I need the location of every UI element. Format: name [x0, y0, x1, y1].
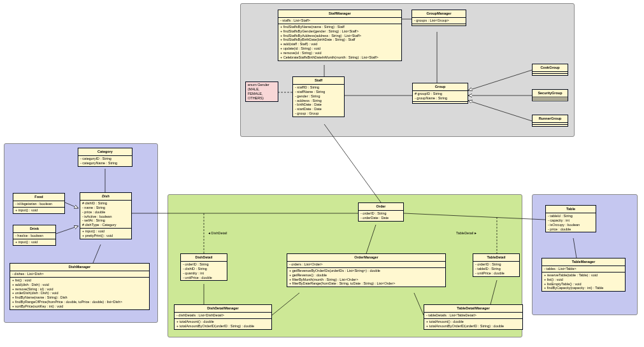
class-TableDetailManager[interactable]: TableDetailManager- tableDetails : List<…	[424, 304, 523, 330]
class-title: StaffManager	[278, 10, 401, 18]
class-attrs: # groupID : String- groupName : String	[413, 91, 468, 102]
op-row: + findByCapacity(capacity : int) : Table	[544, 286, 623, 290]
class-title: Food	[13, 194, 64, 201]
class-attrs: - tableId : String- capacity : int- isOc…	[546, 213, 596, 232]
attr-row: - isOccupy : boolean	[548, 223, 594, 227]
op-row: + findStaffsByName(name : String) : Staf…	[280, 25, 399, 29]
class-title: Category	[78, 148, 132, 156]
op-row: + filterByMonth(month : String) : List<O…	[289, 278, 443, 282]
attr-row: - orderID : String	[475, 262, 517, 267]
class-StaffManager[interactable]: StaffManager- staffs : List<Staff>+ find…	[278, 10, 402, 61]
class-title: Table	[546, 206, 596, 213]
op-row: + prettyPrint() : void	[82, 234, 129, 238]
attr-row: # dishType : Category	[82, 223, 129, 227]
class-attrs: - isVegetarian : boolean	[13, 201, 64, 208]
attr-row: - unitPrice : double	[183, 276, 225, 280]
op-row: + input() : void	[82, 229, 129, 234]
class-Drink[interactable]: Drink- hasIce : boolean+ input() : void	[13, 225, 56, 246]
class-DishManager[interactable]: DishManager- dishes : List<Dish>+ list()…	[10, 263, 150, 310]
class-TableDetail[interactable]: TableDetail- orderID : String- tableID :…	[473, 253, 520, 277]
op-row: + findByName(name : String) : Dish	[12, 295, 147, 300]
attr-row: - tableDetails : List<TableDetail>	[426, 313, 520, 318]
class-ops: + findStaffsByName(name : String) : Staf…	[278, 24, 401, 60]
class-attrs: - orderID : String- dishID : String- qua…	[181, 262, 227, 281]
class-Gender[interactable]: enum Gender(MALE,FEMALE,OTHERS)	[245, 81, 278, 102]
attr-row: - address : String	[295, 99, 342, 103]
attr-row: (MALE,	[248, 87, 276, 92]
attr-row: - orderDate : Date	[361, 216, 401, 220]
class-title: Group	[413, 83, 468, 91]
diagram-canvas: ◂ DishDetail TableDetail ▸ StaffManager-…	[0, 0, 644, 347]
class-attrs: - orderID : String- orderDate : Date	[359, 211, 403, 221]
assoc-label-tabledetail: TableDetail ▸	[456, 231, 476, 235]
op-row: + remove(String : id) : void	[12, 287, 147, 292]
op-row: + update(id : String) : void	[280, 46, 399, 51]
class-Group[interactable]: Group# groupID : String- groupName : Str…	[412, 83, 468, 104]
op-row: + reserveTable(table : Table) : void	[544, 273, 623, 278]
class-Staff[interactable]: Staff- staffID : String- staffName : Str…	[292, 76, 345, 117]
op-row: + add(staff : Staff) : void	[280, 42, 399, 46]
attr-row: - orderID : String	[361, 211, 401, 216]
class-attrs: - orderID : String- tableID : String- un…	[473, 262, 519, 276]
attr-row: - dishes : List<Dish>	[12, 272, 147, 276]
class-ops: + input() : void	[13, 239, 55, 245]
class-ops	[533, 74, 568, 75]
attr-row: - sellAt : String	[82, 218, 129, 223]
class-title: DishManager	[10, 264, 149, 271]
class-title: DishDetailManager	[175, 305, 271, 313]
attr-row: # groupID : String	[415, 92, 466, 96]
op-row: + totalAmountByOrderID(orderID : String)…	[426, 324, 520, 329]
attr-row: - categoryID : String	[80, 157, 130, 161]
op-row: + findStaffsByAddress(address : String) …	[280, 34, 399, 38]
class-OrderManager[interactable]: OrderManager- orders : List<Order>+ getR…	[287, 253, 446, 287]
op-row: + input() : void	[15, 240, 54, 244]
class-ops: + totalAmount() : double+ totalAmountByO…	[424, 319, 522, 329]
class-ops: + input() : void+ prettyPrint() : void	[80, 229, 131, 239]
class-Order[interactable]: Order- orderID : String- orderDate : Dat…	[358, 202, 404, 222]
attr-row: - groups : List<Group>	[414, 18, 464, 23]
attr-row: - birthDate : Date	[295, 103, 342, 107]
op-row: + input() : void	[15, 208, 62, 213]
class-title: Drink	[13, 225, 55, 233]
op-row: + add(dish : Dish) : void	[12, 283, 147, 287]
class-GroupManager[interactable]: GroupManager- groups : List<Group>	[411, 10, 466, 26]
op-row: + list() : void	[12, 278, 147, 283]
attr-row: - groupName : String	[415, 96, 466, 101]
class-title: CookGroup	[533, 64, 568, 72]
attr-row: - isActive : boolean	[82, 215, 129, 219]
op-row: + getRevenueByOrderIDs(orderIDs : List<S…	[289, 269, 443, 273]
attr-row: # dishID : String	[82, 201, 129, 206]
class-Table[interactable]: Table- tableId : String- capacity : int-…	[545, 205, 596, 232]
class-Category[interactable]: Category- categoryID : String- categoryN…	[78, 148, 132, 167]
class-DishDetailManager[interactable]: DishDetailManager- dishDetails : List<Di…	[174, 304, 272, 330]
class-attrs: - hasIce : boolean	[13, 233, 55, 239]
attr-row: - unitPrice : double	[475, 271, 517, 276]
class-attrs: enum Gender(MALE,FEMALE,OTHERS)	[246, 82, 278, 101]
class-title: TableDetail	[473, 254, 519, 262]
class-ops: + getRevenueByOrderIDs(orderIDs : List<S…	[287, 268, 445, 287]
class-DishDetail[interactable]: DishDetail- orderID : String- dishID : S…	[180, 253, 227, 281]
attr-row: OTHERS)	[248, 96, 276, 101]
op-row: + findStaffsByGender(gender : String) : …	[280, 29, 399, 34]
class-Dish[interactable]: Dish# dishID : String- name : String- pr…	[80, 192, 132, 239]
attr-row: - price : double	[82, 210, 129, 215]
class-CookGroup[interactable]: CookGroup	[532, 64, 568, 76]
attr-row: - quantity : int	[183, 271, 225, 276]
attr-row: - staffName : String	[295, 90, 342, 94]
class-TableManager[interactable]: TableManager- tables : List<Table>+ rese…	[541, 258, 626, 292]
op-row: + listEmptyTable() : void	[544, 282, 623, 287]
class-attrs: - tables : List<Table>	[542, 266, 625, 273]
class-RunnerGroup[interactable]: RunnerGroup	[532, 115, 568, 127]
class-SecurityGroup[interactable]: SecurityGroup	[532, 89, 568, 101]
class-Food[interactable]: Food- isVegetarian : boolean+ input() : …	[13, 193, 65, 214]
class-ops	[533, 125, 568, 126]
class-attrs: - staffID : String- staffName : String- …	[293, 85, 344, 117]
class-title: TableManager	[542, 258, 625, 266]
op-row: + remove(id : String) : void	[280, 51, 399, 55]
attr-row: enum Gender	[248, 83, 276, 87]
op-row: + orderDish(dish : Dish) : void	[12, 291, 147, 295]
attr-row: - price : double	[548, 227, 594, 232]
attr-row: - categoryName : String	[80, 161, 130, 166]
attr-row: - dishDetails : List<DishDetail>	[176, 313, 269, 318]
op-row: + findStaffsByBirthDate(birthDate : Stri…	[280, 38, 399, 42]
